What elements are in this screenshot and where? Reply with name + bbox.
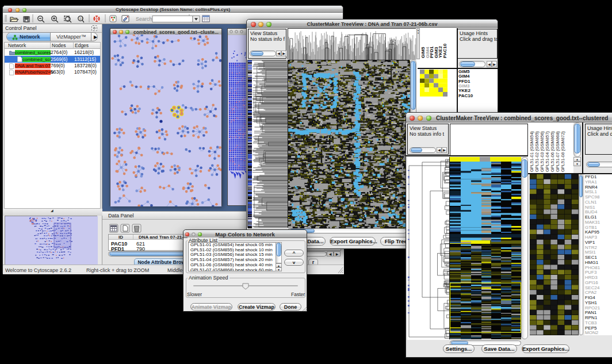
svg-text:PAC10: PAC10 bbox=[442, 43, 447, 58]
svg-text:GPL51-02 (GSM855): GPL51-02 (GSM855) bbox=[534, 131, 540, 172]
svg-text:GPL51-03 (GSM856): GPL51-03 (GSM856) bbox=[540, 131, 545, 172]
svg-text:GPL51-08 (GSM872): GPL51-08 (GSM872) bbox=[560, 131, 565, 172]
svg-text:GPL51-04 (GSM857): GPL51-04 (GSM857) bbox=[545, 131, 550, 172]
svg-text:GPL51-01 (GSM854): GPL51-01 (GSM854) bbox=[529, 131, 534, 172]
svg-text:GPL51-06 (GSM865): GPL51-06 (GSM865) bbox=[550, 131, 555, 172]
svg-text:GPL51-07 (GSM868): GPL51-07 (GSM868) bbox=[555, 131, 560, 172]
svg-text:Search:: Search: bbox=[136, 16, 154, 22]
svg-text:1:1: 1:1 bbox=[79, 17, 83, 20]
